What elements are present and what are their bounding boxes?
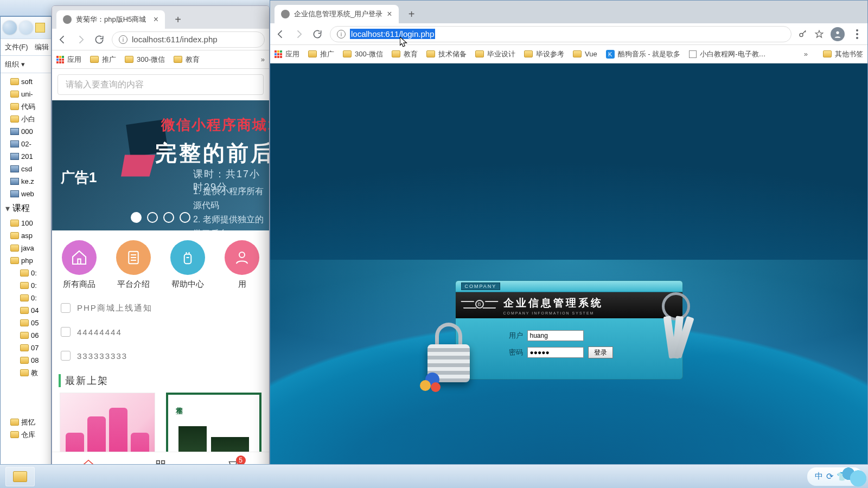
explorer-forward-button[interactable] bbox=[19, 21, 33, 35]
tree-item[interactable]: 000 bbox=[1, 125, 51, 138]
nav-back-button[interactable] bbox=[275, 28, 286, 40]
tree-category[interactable]: ▾课程 bbox=[1, 202, 51, 215]
nav-circle-item[interactable]: 平台介绍 bbox=[116, 240, 151, 290]
pager-dot[interactable] bbox=[147, 212, 158, 223]
bookmark-item[interactable]: 技术储备 bbox=[426, 49, 467, 59]
notice-item[interactable]: 44444444 bbox=[52, 320, 269, 344]
nav-back-button[interactable] bbox=[56, 34, 68, 46]
folder-icon bbox=[10, 232, 19, 239]
pager-dot[interactable] bbox=[131, 212, 142, 223]
tab-close-button[interactable]: × bbox=[387, 9, 392, 19]
browser-tab[interactable]: 企业信息管理系统_用户登录 × bbox=[275, 5, 399, 23]
tree-item[interactable]: 100 bbox=[1, 217, 51, 229]
section-title: 最新上架 bbox=[59, 374, 263, 387]
bookmark-item[interactable]: Vue bbox=[573, 50, 597, 58]
bookmark-item[interactable]: 应用 bbox=[275, 49, 299, 59]
bookmark-item[interactable]: 推广 bbox=[308, 49, 334, 59]
tree-item[interactable]: php bbox=[1, 254, 51, 267]
tree-item[interactable]: 摇忆 bbox=[1, 416, 51, 428]
nav-forward-button[interactable] bbox=[293, 28, 305, 40]
tree-item[interactable]: 02- bbox=[1, 138, 51, 150]
tree-item[interactable]: ke.z bbox=[1, 175, 51, 188]
banner-pager[interactable] bbox=[131, 212, 190, 223]
address-bar[interactable]: i localhost:611/login.php bbox=[330, 26, 792, 42]
tree-item[interactable]: 04 bbox=[1, 304, 51, 317]
taskbar-app[interactable] bbox=[5, 467, 35, 486]
tree-item[interactable]: 201 bbox=[1, 150, 51, 163]
login-submit-button[interactable]: 登录 bbox=[588, 346, 613, 358]
tree-item[interactable]: 教 bbox=[1, 367, 51, 379]
tree-item-label: ke.z bbox=[21, 177, 34, 185]
address-bar[interactable]: i localhost:611/index.php bbox=[112, 31, 265, 48]
notice-text: 44444444 bbox=[77, 328, 122, 337]
bookmark-item[interactable]: 教育 bbox=[174, 55, 200, 65]
site-info-icon[interactable]: i bbox=[119, 35, 127, 44]
pager-dot[interactable] bbox=[180, 212, 190, 223]
nav-circle-item[interactable]: 所有商品 bbox=[62, 240, 97, 290]
saved-password-icon[interactable] bbox=[798, 29, 808, 39]
new-tab-button[interactable]: + bbox=[404, 7, 419, 22]
tree-item[interactable]: 06 bbox=[1, 329, 51, 342]
reload-button[interactable] bbox=[93, 34, 105, 46]
bookmark-item[interactable]: 教育 bbox=[392, 49, 418, 59]
nav-circle-item[interactable]: 用 bbox=[225, 240, 259, 290]
organize-dropdown[interactable]: 组织 ▾ bbox=[5, 60, 25, 69]
tree-item[interactable]: 08 bbox=[1, 354, 51, 367]
tree-item[interactable]: 0: bbox=[1, 279, 51, 292]
site-info-icon[interactable]: i bbox=[337, 30, 346, 38]
tree-item-label: uni- bbox=[21, 90, 33, 98]
tree-item[interactable]: 0: bbox=[1, 292, 51, 304]
tray-icon[interactable]: ⟳ bbox=[826, 471, 833, 481]
chevron-down-icon: ▾ bbox=[5, 206, 10, 211]
notice-list: PHP商城上线通知44444444333333333 bbox=[52, 294, 269, 370]
shop-banner[interactable]: 微信小程序商城15 完整的前后 课时：共17小时29分 提供小程序所有源代码老师… bbox=[52, 100, 269, 230]
browser-tab[interactable]: 黄菊华：php版H5商城 × bbox=[56, 10, 165, 29]
tree-item[interactable]: 07 bbox=[1, 342, 51, 354]
nav-forward-button[interactable] bbox=[75, 34, 87, 46]
profile-avatar[interactable] bbox=[831, 27, 845, 41]
username-input[interactable] bbox=[527, 330, 584, 341]
bookmark-item[interactable]: 毕设参考 bbox=[524, 49, 564, 59]
bookmark-item[interactable]: 推广 bbox=[90, 55, 116, 65]
reload-button[interactable] bbox=[311, 28, 323, 40]
tree-item[interactable]: uni- bbox=[1, 88, 51, 100]
bookmark-item[interactable]: 小白教程网-电子教… bbox=[689, 49, 765, 59]
bookmark-item[interactable]: 300-微信 bbox=[125, 55, 165, 65]
bookmarks-overflow[interactable]: » bbox=[261, 55, 265, 63]
tree-item[interactable]: web bbox=[1, 188, 51, 200]
tree-item[interactable]: csd bbox=[1, 163, 51, 175]
bookmark-item[interactable]: 应用 bbox=[56, 55, 81, 65]
nav-circle-item[interactable]: 帮助中心 bbox=[170, 240, 205, 290]
tree-item[interactable]: 0: bbox=[1, 267, 51, 279]
explorer-back-button[interactable] bbox=[3, 21, 17, 35]
tree-item[interactable]: soft bbox=[1, 75, 51, 88]
bookmark-label: 教育 bbox=[186, 55, 200, 65]
bookmark-item[interactable]: 毕业设计 bbox=[475, 49, 515, 59]
tab-close-button[interactable]: × bbox=[154, 15, 158, 24]
menu-file[interactable]: 文件(F) bbox=[5, 42, 28, 52]
explorer-menubar: 文件(F) 编辑 bbox=[1, 38, 51, 56]
tree-item[interactable]: asp bbox=[1, 229, 51, 242]
panel-header: B 企业信息管理系统 COMPANY INFORMATION SYSTEM bbox=[455, 292, 683, 318]
password-input[interactable] bbox=[527, 347, 584, 358]
ime-indicator[interactable]: 中 bbox=[815, 471, 823, 481]
project-icon bbox=[10, 190, 19, 197]
tree-item[interactable]: 仓库 bbox=[1, 428, 51, 441]
shop-search-input[interactable]: 请输入要查询的内容 bbox=[58, 74, 264, 95]
notice-item[interactable]: PHP商城上线通知 bbox=[52, 296, 269, 320]
new-tab-button[interactable]: + bbox=[170, 12, 186, 27]
menu-edit[interactable]: 编辑 bbox=[35, 42, 49, 52]
tree-item[interactable]: java bbox=[1, 242, 51, 254]
pager-dot[interactable] bbox=[163, 212, 174, 223]
explorer-up-button[interactable] bbox=[35, 23, 45, 33]
chrome-menu-button[interactable] bbox=[851, 28, 863, 40]
bookmark-item[interactable]: K酷狗音乐 - 就是歌多 bbox=[606, 49, 681, 59]
bookmark-item[interactable]: 300-微信 bbox=[343, 49, 383, 59]
bookmark-star-icon[interactable] bbox=[814, 29, 824, 39]
tree-item[interactable]: 05 bbox=[1, 317, 51, 329]
bookmark-other[interactable]: 其他书签 bbox=[823, 49, 863, 59]
notice-item[interactable]: 333333333 bbox=[52, 344, 269, 368]
bookmarks-overflow[interactable]: » bbox=[804, 50, 808, 58]
tree-item[interactable]: 小白 bbox=[1, 113, 51, 125]
tree-item[interactable]: 代码 bbox=[1, 100, 51, 113]
